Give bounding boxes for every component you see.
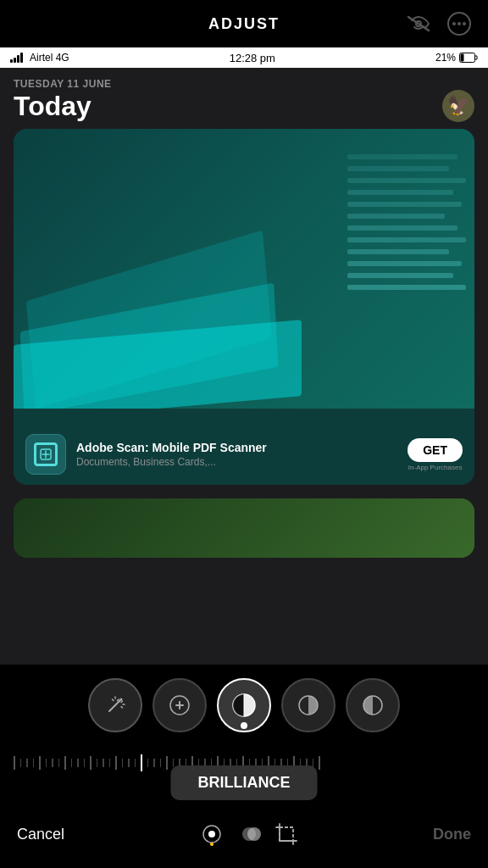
- app-icon-inner: [34, 442, 58, 466]
- get-button[interactable]: GET: [408, 438, 463, 462]
- card-lines: [347, 154, 466, 324]
- app-icon: [25, 434, 66, 475]
- card-graphic: [14, 129, 474, 409]
- avatar[interactable]: 🦅: [442, 90, 474, 122]
- svg-rect-6: [460, 54, 463, 62]
- signal-bars: [10, 53, 23, 63]
- app-details: Adobe Scan: Mobile PDF Scanner Documents…: [76, 441, 397, 469]
- svg-point-19: [120, 698, 123, 701]
- svg-rect-30: [280, 827, 293, 841]
- done-button[interactable]: Done: [433, 826, 471, 843]
- app-name: Adobe Scan: Mobile PDF Scanner: [76, 441, 397, 455]
- top-bar: ADJUST: [0, 0, 488, 47]
- svg-point-29: [247, 827, 261, 841]
- second-card[interactable]: [14, 498, 474, 558]
- page-dot-indicator: [241, 722, 247, 729]
- svg-point-2: [452, 22, 456, 25]
- appstore-header: TUESDAY 11 JUNE Today 🦅: [0, 68, 488, 129]
- svg-point-3: [458, 22, 461, 25]
- crop-icon-btn[interactable]: [274, 822, 298, 846]
- today-title: Today: [14, 91, 92, 122]
- brilliance-tooltip: BRILLIANCE: [171, 765, 318, 800]
- featured-card[interactable]: APPOF THEDAY Adobe Scan: Mobile PDF Scan…: [14, 129, 474, 485]
- magic-wand-tool[interactable]: [88, 678, 142, 732]
- date-label: TUESDAY 11 JUNE: [14, 78, 474, 90]
- battery-icon: [459, 53, 478, 63]
- more-options-icon[interactable]: [444, 8, 474, 39]
- carrier-label: Airtel 4G: [30, 52, 69, 64]
- svg-point-26: [208, 831, 215, 837]
- phone-status-bar: Airtel 4G 12:28 pm 21%: [0, 47, 488, 68]
- page-title: ADJUST: [208, 15, 280, 33]
- cancel-button[interactable]: Cancel: [17, 826, 64, 843]
- shadows-tool[interactable]: [346, 678, 400, 732]
- hide-icon[interactable]: [403, 8, 434, 39]
- adjust-icon-btn[interactable]: [200, 822, 224, 846]
- bottom-actions-bar: Cancel: [0, 800, 488, 868]
- battery-label: 21%: [435, 52, 456, 64]
- bottom-edit-icons: [200, 822, 298, 846]
- in-app-purchases-label: In-App Purchases: [408, 464, 463, 471]
- svg-point-27: [210, 843, 214, 846]
- highlights-tool[interactable]: [281, 678, 336, 732]
- exposure-tool[interactable]: [152, 678, 207, 732]
- svg-point-4: [463, 22, 466, 25]
- app-info-row: Adobe Scan: Mobile PDF Scanner Documents…: [14, 424, 474, 485]
- filter-icon-btn[interactable]: [237, 822, 261, 846]
- app-desc: Documents, Business Cards,...: [76, 456, 397, 468]
- time-display: 12:28 pm: [230, 52, 275, 64]
